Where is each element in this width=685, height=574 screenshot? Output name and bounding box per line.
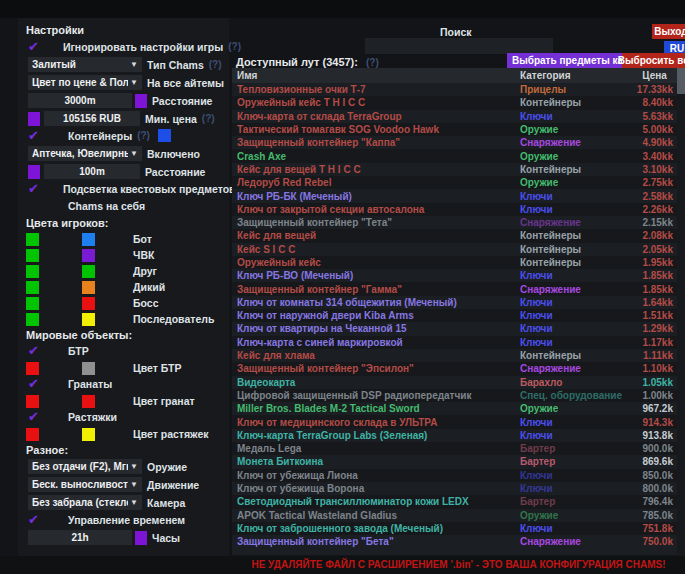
partially-visible-row: [232, 548, 677, 555]
loot-row[interactable]: Ключ от убежища ВоронаКлючи800.0k: [232, 482, 677, 495]
loot-table-body: Тепловизионные очки Т-7Прицелы17.33kkОру…: [232, 83, 677, 548]
time-control-checkbox[interactable]: ✔ Управление временем: [26, 512, 229, 527]
scrollbar-thumb[interactable]: [677, 68, 685, 94]
loot-row[interactable]: Ключ-карта от склада TerraGroupКлючи5.63…: [232, 110, 677, 123]
loot-row[interactable]: Ключ от закрытой секции автосалонаКлючи2…: [232, 203, 677, 216]
keybind-swatch[interactable]: [135, 531, 147, 545]
drop-all-button[interactable]: Выбросить все: [622, 53, 685, 68]
loot-row[interactable]: Ключ от квартиры на Чеканной 15Ключи1.29…: [232, 322, 677, 335]
checkmark-icon: ✔: [28, 514, 44, 526]
loot-row[interactable]: Защищенный контейнер "Тета"Снаряжение2.1…: [232, 216, 677, 229]
exit-button[interactable]: Выход: [652, 24, 685, 39]
containers-distance-input[interactable]: 100m: [44, 164, 140, 179]
loot-row[interactable]: ВидеокартаБарахло1.05kk: [232, 376, 677, 389]
loot-row[interactable]: Защищенный контейнер "Бета"Снаряжение750…: [232, 535, 677, 548]
loot-row[interactable]: Защищенный контейнер "Эпсилон"Снаряжение…: [232, 362, 677, 375]
color-swatch[interactable]: [26, 249, 39, 262]
settings-panel: Настройки ✔ Игнорировать настройки игры …: [18, 18, 229, 556]
loot-row[interactable]: Медаль LegaБартер900.0k: [232, 442, 677, 455]
min-price-input[interactable]: 105156 RUB: [44, 111, 140, 126]
tripwires-checkbox[interactable]: ✔ Растяжки: [26, 409, 229, 424]
dropdown-value: Без забрала (стекло шлема): [32, 497, 128, 508]
containers-checkbox[interactable]: ✔ Контейнеры (?): [26, 128, 229, 143]
help-hint-icon[interactable]: (?): [137, 130, 150, 141]
loot-row[interactable]: Ключ от убежища ЛионаКлючи850.0k: [232, 469, 677, 482]
color-swatch[interactable]: [26, 265, 39, 278]
help-hint-icon[interactable]: (?): [366, 57, 379, 68]
loot-row[interactable]: Цифровой защищенный DSP радиопередатчикС…: [232, 389, 677, 402]
loot-row[interactable]: Кейс для вещей T H I C CКонтейнеры3.10kk: [232, 163, 677, 176]
chams-type-dropdown[interactable]: Залитый ▼: [28, 57, 142, 72]
loot-row[interactable]: Тепловизионные очки Т-7Прицелы17.33kk: [232, 83, 677, 96]
loot-item-price: 2.75kk: [632, 177, 677, 188]
loot-row[interactable]: Ключ от комнаты 314 общежития (Меченый)К…: [232, 296, 677, 309]
loot-item-price: 5.00kk: [632, 124, 677, 135]
loot-row[interactable]: Ледоруб Red RebelОружие2.75kk: [232, 176, 677, 189]
color-swatch[interactable]: [26, 313, 39, 326]
color-swatch[interactable]: [26, 297, 39, 310]
all-items-mode-dropdown[interactable]: Цвет по цене & Пользователь ▼: [28, 75, 142, 90]
loot-row[interactable]: Защищенный контейнер "Гамма"Снаряжение1.…: [232, 282, 677, 295]
color-swatch[interactable]: [82, 313, 95, 326]
loot-row[interactable]: Монета БиткоинаБартер869.6k: [232, 455, 677, 468]
loot-row[interactable]: Тактический томагавк SOG Voodoo HawkОруж…: [232, 123, 677, 136]
btr-checkbox[interactable]: ✔ БТР: [26, 343, 229, 358]
scrollbar-track[interactable]: [677, 68, 685, 556]
loot-row[interactable]: Оружейный кейс T H I C CКонтейнеры8.40kk: [232, 96, 677, 109]
loot-row[interactable]: Ключ РБ-ВО (Меченый)Ключи1.85kk: [232, 269, 677, 282]
hours-input[interactable]: 21h: [28, 530, 132, 545]
checkmark-icon: ✔: [28, 345, 44, 357]
loot-row[interactable]: Ключ от заброшенного завода (Меченый)Клю…: [232, 522, 677, 535]
loot-item-name: Кейс для вещей: [232, 230, 520, 241]
checkbox-label: Подсветка квестовых предметов: [63, 183, 236, 195]
loot-row[interactable]: Ключ от наружной двери Kiba ArmsКлючи1.5…: [232, 309, 677, 322]
loot-row[interactable]: Crash AxeОружие3.40kk: [232, 149, 677, 162]
color-swatch[interactable]: [26, 428, 39, 441]
color-swatch[interactable]: [26, 281, 39, 294]
color-swatch[interactable]: [82, 362, 95, 375]
keybind-swatch[interactable]: [28, 165, 40, 179]
color-swatch[interactable]: [26, 395, 39, 408]
loot-item-category: Бартер: [520, 443, 632, 454]
loot-row[interactable]: Кейс S I C CКонтейнеры2.05kk: [232, 243, 677, 256]
loot-row[interactable]: Ключ-карта с синей маркировкойКлючи1.17k…: [232, 336, 677, 349]
loot-row[interactable]: Светодиодный трансиллюминатор кожи LEDXБ…: [232, 495, 677, 508]
containers-color-swatch[interactable]: [158, 129, 171, 142]
loot-row[interactable]: Защищенный контейнер "Каппа"Снаряжение4.…: [232, 136, 677, 149]
search-input[interactable]: [365, 38, 553, 54]
help-hint-icon[interactable]: (?): [209, 59, 222, 70]
movement-misc-dropdown[interactable]: Беск. выносливость и нет уста ▼: [28, 477, 142, 492]
help-hint-icon[interactable]: (?): [228, 41, 241, 52]
grenades-checkbox[interactable]: ✔ Гранаты: [26, 376, 229, 391]
ignore-game-settings-checkbox[interactable]: ✔ Игнорировать настройки игры (?): [26, 39, 229, 54]
color-swatch[interactable]: [82, 249, 95, 262]
color-swatch[interactable]: [82, 297, 95, 310]
color-swatch[interactable]: [26, 233, 39, 246]
loot-row[interactable]: APOK Tactical Wasteland GladiusОружие785…: [232, 509, 677, 522]
render-distance-input[interactable]: 3000m: [28, 93, 132, 108]
loot-item-price: 17.33kk: [632, 84, 677, 95]
quest-highlight-checkbox[interactable]: ✔ Подсветка квестовых предметов: [26, 181, 229, 196]
loot-row[interactable]: Ключ от медицинского склада в УЛЬТРАКлюч…: [232, 415, 677, 428]
color-swatch[interactable]: [82, 265, 95, 278]
color-swatch[interactable]: [82, 395, 95, 408]
camera-misc-dropdown[interactable]: Без забрала (стекло шлема) ▼: [28, 495, 142, 510]
keybind-swatch[interactable]: [28, 112, 40, 126]
input-value: 100m: [79, 166, 105, 177]
loot-row[interactable]: Кейс для хламаКонтейнеры1.11kk: [232, 349, 677, 362]
color-swatch[interactable]: [82, 281, 95, 294]
help-hint-icon[interactable]: (?): [202, 113, 215, 124]
loot-row[interactable]: Ключ-карта TerraGroup Labs (Зеленая)Ключ…: [232, 429, 677, 442]
loot-row[interactable]: Оружейный кейсКонтейнеры1.95kk: [232, 256, 677, 269]
color-swatch[interactable]: [82, 428, 95, 441]
color-swatch[interactable]: [82, 233, 95, 246]
loot-row[interactable]: Miller Bros. Blades M-2 Tactical SwordОр…: [232, 402, 677, 415]
weapon-misc-dropdown[interactable]: Без отдачи (F2), Мгновенное п ▼: [28, 459, 142, 474]
keybind-swatch[interactable]: [135, 94, 147, 108]
loot-row[interactable]: Кейс для вещейКонтейнеры2.08kk: [232, 229, 677, 242]
loot-row[interactable]: Ключ РБ-БК (Меченый)Ключи2.58kk: [232, 189, 677, 202]
self-chams-checkbox[interactable]: Chams на себя: [26, 198, 229, 213]
containers-filter-dropdown[interactable]: Аптечка, Ювелирные и... ▼: [28, 146, 142, 161]
color-swatch[interactable]: [26, 362, 39, 375]
field-label: Мин. цена: [145, 113, 197, 125]
